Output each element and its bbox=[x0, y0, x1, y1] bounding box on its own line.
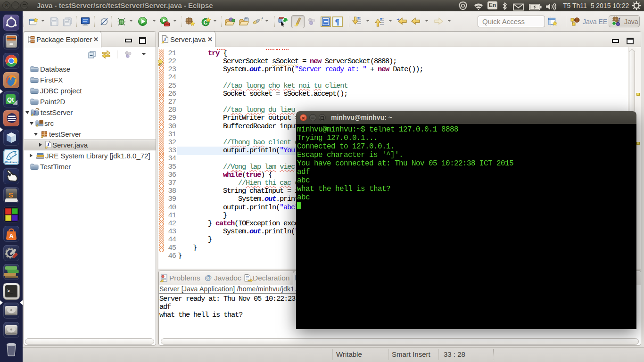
svg-text:Workbench: Workbench bbox=[5, 160, 20, 163]
svg-text:¶: ¶ bbox=[335, 17, 339, 26]
svg-text:A: A bbox=[9, 232, 14, 239]
svg-text:J: J bbox=[33, 110, 36, 115]
svg-text:Qt: Qt bbox=[7, 96, 14, 103]
svg-text:>_: >_ bbox=[7, 289, 13, 294]
svg-text:S: S bbox=[8, 191, 13, 199]
svg-text:!: ! bbox=[159, 63, 160, 66]
